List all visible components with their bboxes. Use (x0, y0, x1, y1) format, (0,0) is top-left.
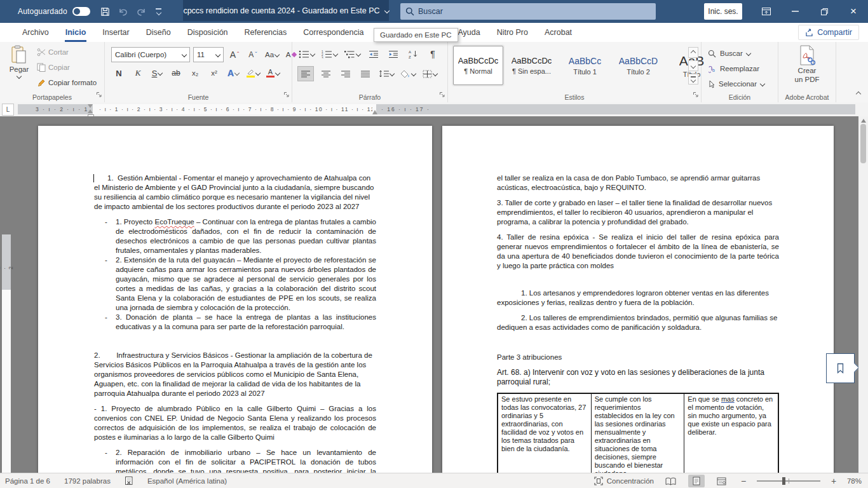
highlight-color-button[interactable] (245, 66, 261, 80)
tab-inicio[interactable]: Inicio (57, 23, 95, 42)
tab-acrobat[interactable]: Acrobat (536, 23, 580, 42)
font-family-combo[interactable]: Calibri (Cuerpo) (111, 47, 190, 62)
doc-paragraph[interactable]: Art. 68. a) Intervenir con voz y voto en… (497, 368, 779, 386)
right-indent-marker[interactable] (372, 110, 377, 114)
list-item[interactable]: - 2. Reparación de inmobiliario urbano –… (103, 448, 376, 473)
minimize-button[interactable] (780, 0, 810, 23)
numbering-button[interactable]: 123 (320, 47, 339, 61)
doc-paragraph[interactable]: 4. Taller de resina epóxica - Se realiza… (497, 233, 779, 271)
tab-nitro-pro[interactable]: Nitro Pro (489, 23, 536, 42)
misspelled-word[interactable]: EcoTrueque (154, 218, 194, 226)
multilevel-list-button[interactable] (343, 47, 362, 61)
decrease-indent-button[interactable] (366, 47, 381, 61)
tab-correspondencia[interactable]: Correspondencia (295, 23, 372, 42)
doc-paragraph[interactable]: 2. Infraestructura y Servicios Básicos -… (94, 351, 376, 398)
tab-referencias[interactable]: Referencias (236, 23, 295, 42)
doc-paragraph[interactable]: el taller se realiza en la casa de don P… (497, 173, 779, 193)
doc-paragraph[interactable]: 1. Los artesanos y emprendedores lograro… (497, 288, 779, 308)
proofing-status-button[interactable] (125, 476, 133, 487)
shrink-font-button[interactable]: A (245, 48, 261, 62)
line-spacing-button[interactable] (377, 67, 395, 81)
styles-gallery-expand[interactable] (688, 74, 698, 85)
doc-paragraph[interactable]: 3. Taller de corte y grabado en laser – … (497, 198, 779, 227)
italic-button[interactable]: K (130, 66, 146, 80)
list-item[interactable]: - 3. Donación de planta – se hace la ent… (103, 313, 376, 332)
change-case-button[interactable]: Aa (264, 48, 280, 62)
font-size-combo[interactable]: 11 (193, 47, 224, 62)
print-layout-button[interactable] (688, 475, 705, 487)
grow-font-button[interactable]: A (227, 48, 242, 62)
table-cell[interactable]: Se estuvo presente en todas las convocat… (498, 394, 592, 473)
text-effects-button[interactable]: A (226, 66, 241, 80)
autosave-toggle[interactable] (72, 7, 90, 16)
paragraph-dialog-launcher[interactable] (439, 89, 445, 100)
page-2[interactable]: el taller se realiza en la casa de don P… (442, 126, 834, 473)
format-painter-button[interactable]: Copiar formato (37, 78, 97, 87)
zoom-slider[interactable] (757, 480, 820, 482)
bullets-button[interactable] (297, 47, 316, 61)
table-cell[interactable]: En que se mas concreto en el momento de … (684, 394, 778, 473)
styles-scroll-down[interactable] (688, 60, 698, 71)
vertical-scrollbar[interactable] (858, 116, 868, 473)
replace-button[interactable]: b Reemplazar (708, 62, 759, 75)
word-count[interactable]: 1792 palabras (64, 477, 111, 485)
language-indicator[interactable]: Español (América latina) (147, 477, 227, 485)
subscript-button[interactable]: x₂ (187, 66, 203, 80)
paste-button[interactable]: Pegar (5, 45, 33, 78)
vertical-ruler[interactable]: 1 · 2 (2, 234, 11, 473)
doc-paragraph[interactable]: - 1. Proyecto de alumbrado Público en la… (94, 404, 376, 442)
ribbon-display-options-button[interactable] (757, 3, 775, 20)
focus-mode-button[interactable]: Concentración (594, 477, 654, 485)
comment-indicator[interactable] (826, 353, 855, 383)
tab-diseno[interactable]: Diseño (138, 23, 179, 42)
style-normal[interactable]: AaBbCcDc ¶ Normal (453, 46, 503, 85)
restore-button[interactable] (810, 0, 839, 23)
show-formatting-button[interactable]: ¶ (425, 47, 440, 61)
justify-button[interactable] (358, 67, 373, 81)
bold-button[interactable]: N (111, 66, 126, 80)
style-no-spacing[interactable]: AaBbCcDc ¶ Sin espa... (506, 46, 557, 85)
font-color-button[interactable]: A (265, 66, 281, 80)
find-button[interactable]: Buscar (708, 47, 750, 60)
strikethrough-button[interactable]: ab (168, 66, 184, 80)
quick-access-toolbar-menu[interactable] (150, 3, 168, 20)
doc-table[interactable]: Se estuvo presente en todas las convocat… (497, 393, 779, 473)
create-pdf-button[interactable]: Crear un PDF (778, 45, 836, 83)
web-layout-button[interactable] (714, 475, 730, 487)
share-button[interactable]: Compartir (798, 25, 859, 40)
close-button[interactable]: × (839, 0, 868, 23)
tab-disposicion[interactable]: Disposición (179, 23, 236, 42)
collapse-ribbon-button[interactable] (857, 87, 860, 98)
underline-button[interactable]: S (149, 66, 165, 80)
horizontal-ruler[interactable]: 3 · ı · 2 · ı · 1 · ı · · ı · 1 · ı · 2 … (18, 104, 855, 114)
read-mode-button[interactable] (663, 475, 679, 487)
doc-paragraph[interactable]: Parte 3 atribuciones (497, 353, 779, 362)
cut-button[interactable]: Cortar (37, 48, 69, 57)
table-cell[interactable]: Se cumple con los requerimientos estable… (592, 394, 685, 473)
doc-paragraph[interactable]: 2. Los talleres de emprendimientos brind… (497, 313, 779, 332)
grammar-flagged-word[interactable]: mas (721, 395, 735, 403)
style-heading1[interactable]: AaBbCc Título 1 (560, 46, 610, 85)
borders-button[interactable] (421, 67, 438, 81)
superscript-button[interactable]: x² (207, 66, 222, 80)
scrollbar-thumb[interactable] (860, 124, 866, 163)
zoom-slider-thumb[interactable] (782, 477, 785, 485)
tab-stop-selector[interactable]: L (2, 104, 14, 116)
tab-insertar[interactable]: Insertar (94, 23, 137, 42)
align-center-button[interactable] (318, 67, 334, 81)
sort-button[interactable]: AZ (405, 47, 421, 61)
list-item[interactable]: - 2. Extensión de la ruta del guayacán –… (103, 255, 376, 313)
font-dialog-launcher[interactable] (283, 89, 290, 100)
document-title[interactable]: cpccs rendicion de cuenta 2024 - Guardad… (183, 0, 389, 21)
copy-button[interactable]: Copiar (37, 63, 70, 72)
clipboard-dialog-launcher[interactable] (96, 89, 102, 100)
page-indicator[interactable]: Página 1 de 6 (5, 477, 50, 485)
style-heading2[interactable]: AaBbCcD Título 2 (613, 46, 663, 85)
select-button[interactable]: Seleccionar (708, 78, 764, 90)
search-box[interactable] (400, 3, 656, 20)
styles-dialog-launcher[interactable] (693, 89, 699, 100)
indent-marker[interactable] (88, 104, 93, 113)
tab-archivo[interactable]: Archivo (14, 23, 57, 42)
zoom-in-button[interactable]: + (829, 476, 838, 486)
increase-indent-button[interactable] (386, 47, 401, 61)
